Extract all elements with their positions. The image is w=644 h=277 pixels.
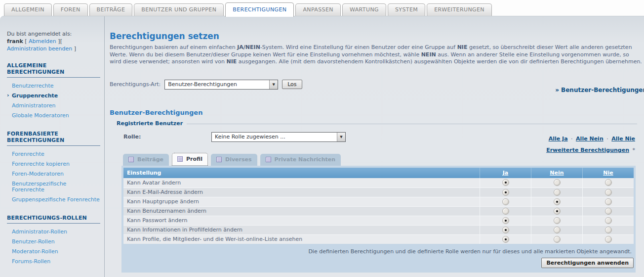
top-tab-allgemein[interactable]: ALLGEMEIN	[4, 3, 52, 16]
perm-tab-diverses[interactable]: Diverses	[211, 154, 257, 166]
sidebar-section-berechtigungs-rollen: BERECHTIGUNGS-ROLLEN Administrator-Rolle…	[7, 215, 100, 267]
sidebar-item-foren-moderatoren[interactable]: Foren-Moderatoren	[7, 169, 100, 179]
permissions-panel: Einstellung Ja Nein Nie Kann Avatar ände…	[121, 166, 636, 273]
intro-text: Berechtigungen basieren auf einem einfac…	[110, 44, 642, 66]
go-button[interactable]: Los	[282, 80, 302, 89]
radio-nein[interactable]	[554, 217, 561, 224]
top-tab-benutzer-und-gruppen[interactable]: BENUTZER UND GRUPPEN	[134, 3, 224, 16]
setting-label: Kann Passwort ändern	[123, 217, 480, 224]
radio-cell	[480, 178, 531, 187]
perm-tab-label: Diverses	[225, 156, 252, 163]
checkbox[interactable]	[216, 157, 222, 162]
radio-cell	[531, 207, 582, 216]
checkbox[interactable]	[128, 157, 134, 162]
column-header-einstellung: Einstellung	[123, 170, 480, 176]
radio-nie[interactable]	[605, 236, 612, 243]
role-select[interactable]: Keine Rolle zugewiesen ... ▼	[211, 132, 346, 142]
setting-label: Kann Informationen in Profilfeldern ände…	[123, 227, 480, 233]
separator: ·	[606, 136, 608, 142]
sidebar-item-benutzer-rollen[interactable]: Benutzer-Rollen	[7, 237, 100, 247]
all-nie-link[interactable]: Alle Nie	[611, 136, 635, 142]
perm-tab-beitraege[interactable]: Beiträge	[123, 154, 169, 166]
radio-nie[interactable]	[605, 217, 612, 224]
radio-ja[interactable]	[502, 217, 509, 224]
end-admin-link[interactable]: Administration beenden	[7, 46, 72, 52]
column-header-ja[interactable]: Ja	[480, 168, 531, 178]
top-tab-anpassen[interactable]: ANPASSEN	[295, 3, 341, 16]
sidebar-item-administrator-rollen[interactable]: Administrator-Rollen	[7, 227, 100, 237]
all-nein-link[interactable]: Alle Nein	[576, 136, 604, 142]
column-header-nein[interactable]: Nein	[531, 168, 582, 178]
setting-label: Kann Profile, die Mitglieder- und die We…	[123, 236, 480, 242]
setting-label: Kann Benutzernamen ändern	[123, 208, 480, 214]
radio-ja[interactable]	[502, 189, 509, 196]
sidebar-item-forums-rollen[interactable]: Forums-Rollen	[7, 257, 100, 267]
page-title: Berechtigungen setzen	[110, 31, 644, 41]
section-heading: Benutzer-Berechtigungen	[110, 109, 644, 116]
perm-tab-label: Profil	[186, 156, 202, 162]
sidebar-item-label: Gruppenrechte	[12, 92, 58, 99]
top-tab-wartung[interactable]: WARTUNG	[342, 3, 386, 16]
setting-label: Kann E-Mail-Adresse ändern	[123, 189, 480, 195]
sidebar-item-gruppenrechte[interactable]: ›Gruppenrechte	[7, 91, 100, 101]
top-tab-berechtigungen[interactable]: BERECHTIGUNGEN	[225, 2, 294, 17]
dropdown-arrow-icon: ▼	[337, 133, 345, 141]
sidebar-item-administratoren[interactable]: Administratoren	[7, 101, 100, 111]
radio-nie[interactable]	[605, 227, 612, 233]
table-row: Kann E-Mail-Adresse ändern	[123, 187, 634, 197]
radio-cell	[582, 207, 634, 216]
sidebar-item-globale-moderatoren[interactable]: Globale Moderatoren	[7, 111, 100, 121]
radio-ja[interactable]	[502, 227, 509, 233]
top-tab-erweiterungen[interactable]: ERWEITERUNGEN	[427, 3, 492, 16]
breadcrumb: » Benutzer-Berechtigungen	[555, 87, 644, 93]
permission-type-select[interactable]: Benutzer-Berechtigungen ▼	[164, 80, 278, 90]
dropdown-arrow-icon: ▼	[269, 80, 278, 89]
advanced-permissions-link[interactable]: Erweiterte Berechtigungen	[546, 147, 629, 153]
top-tab-system[interactable]: SYSTEM	[388, 3, 425, 16]
radio-nie[interactable]	[605, 179, 612, 186]
radio-cell	[531, 188, 582, 197]
radio-ja[interactable]	[502, 236, 509, 243]
table-body: Kann Avatar ändern Kann E-Mail-Adresse ä…	[123, 178, 634, 244]
select-value: Keine Rolle zugewiesen ...	[212, 134, 337, 140]
quick-links: Alle Ja · Alle Nein · Alle Nie Erweitert…	[546, 133, 635, 156]
perm-tab-private-nachrichten[interactable]: Private Nachrichten	[260, 154, 341, 166]
select-value: Benutzer-Berechtigungen	[165, 81, 269, 88]
sidebar-section-title: BERECHTIGUNGS-ROLLEN	[7, 215, 100, 224]
radio-nie[interactable]	[605, 189, 612, 196]
radio-nein[interactable]	[554, 179, 561, 186]
radio-ja[interactable]	[502, 198, 509, 205]
radio-nein[interactable]	[554, 236, 561, 243]
radio-nein[interactable]	[554, 189, 561, 196]
radio-nie[interactable]	[605, 208, 612, 215]
intro-part-bold: NIE	[226, 58, 237, 65]
sidebar-item-moderator-rollen[interactable]: Moderator-Rollen	[7, 247, 100, 257]
radio-nein[interactable]	[554, 227, 561, 233]
apply-permissions-button[interactable]: Berechtigungen anwenden	[541, 258, 634, 268]
table-row: Kann Informationen in Profilfeldern ände…	[123, 225, 634, 234]
separator: ·	[571, 136, 573, 142]
login-username: frank	[7, 38, 23, 45]
sidebar-section-title: FORENBASIERTE BERECHTIGUNGEN	[7, 131, 100, 146]
all-ja-link[interactable]: Alle Ja	[549, 136, 568, 142]
radio-ja[interactable]	[502, 208, 509, 215]
sidebar-item-forenrechte[interactable]: Forenrechte	[7, 149, 100, 159]
sidebar-item-forenrechte-kopieren[interactable]: Forenrechte kopieren	[7, 159, 100, 169]
intro-part-bold: JA/NEIN	[237, 44, 260, 50]
sidebar-item-benutzerspezifische-forenrechte[interactable]: Benutzerspezifische Forenrechte	[7, 179, 100, 195]
checkbox[interactable]	[177, 156, 183, 162]
radio-nein[interactable]	[554, 208, 561, 215]
radio-nein[interactable]	[554, 198, 561, 205]
checkbox[interactable]	[266, 157, 271, 162]
logout-link[interactable]: Abmelden	[29, 38, 56, 45]
setting-label: Kann Avatar ändern	[123, 180, 480, 186]
radio-nie[interactable]	[605, 198, 612, 205]
intro-part: -System. Wird eine Einstellung für einen…	[260, 44, 457, 50]
sidebar-item-gruppenspezifische-forenrechte[interactable]: Gruppenspezifische Forenrechte	[7, 195, 100, 205]
sidebar-item-benutzerrechte[interactable]: Benutzerrechte	[7, 81, 100, 91]
top-tab-beitraege[interactable]: BEITRÄGE	[89, 3, 133, 16]
column-header-nie[interactable]: Nie	[582, 168, 634, 178]
radio-ja[interactable]	[502, 179, 509, 186]
perm-tab-profil[interactable]: Profil	[172, 153, 208, 166]
top-tab-foren[interactable]: FOREN	[53, 3, 88, 16]
